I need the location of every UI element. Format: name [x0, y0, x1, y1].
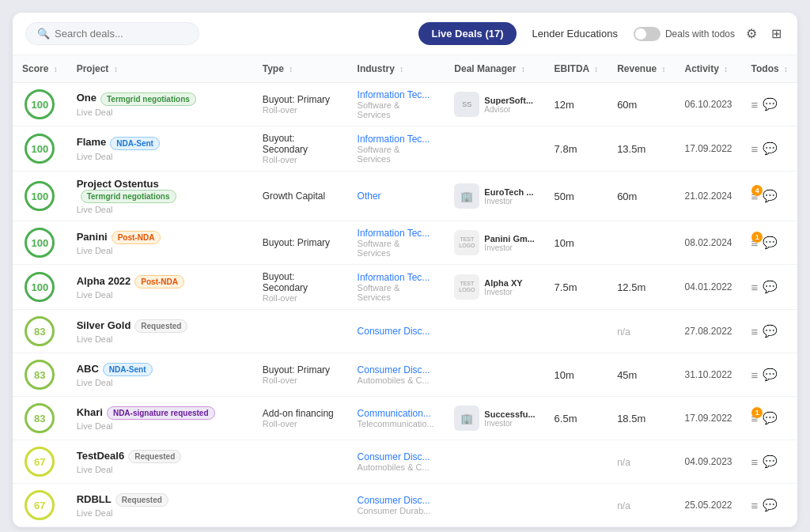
todos-cell: ≡ 💬: [742, 484, 797, 527]
deal-manager-cell: SS SuperSoft...Advisor: [445, 83, 544, 126]
score-circle: 100: [25, 134, 55, 164]
list-icon[interactable]: ≡: [751, 281, 759, 294]
type-sub: Roll-over: [263, 155, 339, 164]
activity-cell: 04.09.2023: [675, 440, 741, 484]
score-cell: 67: [13, 484, 67, 527]
lender-education-button[interactable]: Lender Educations: [524, 22, 626, 45]
col-project[interactable]: Project ↕: [67, 55, 253, 83]
industry-sub: Software & Services: [358, 145, 436, 164]
todos-cell: ≡ 💬: [742, 265, 797, 310]
revenue-cell: n/a: [608, 310, 675, 353]
score-circle: 100: [25, 228, 55, 258]
type-cell: [253, 310, 348, 353]
table-row[interactable]: 100PaniniPost-NDALive DealBuyout: Primar…: [13, 221, 797, 265]
score-circle: 83: [25, 403, 55, 433]
list-badge-count: 1: [751, 407, 763, 418]
action-buttons: ≡1 💬: [751, 411, 788, 425]
list-icon[interactable]: ≡: [751, 455, 759, 469]
search-input[interactable]: [55, 28, 181, 40]
type-main: Add-on financing: [263, 408, 339, 419]
industry-cell: Consumer Disc...Automobiles & C...: [348, 440, 445, 484]
filter-button[interactable]: ⚙: [743, 23, 760, 44]
chat-icon[interactable]: 💬: [763, 411, 778, 425]
chat-icon[interactable]: 💬: [763, 498, 778, 512]
project-sub: Live Deal: [77, 465, 244, 474]
table-row[interactable]: 100OneTermgrid negotiationsLive DealBuyo…: [13, 83, 797, 126]
type-cell: [253, 440, 348, 484]
list-icon[interactable]: ≡1: [751, 412, 759, 425]
table-row[interactable]: 67RDBLLRequestedLive DealConsumer Disc..…: [13, 484, 797, 527]
industry-sub: Automobiles & C...: [358, 375, 436, 385]
chat-icon[interactable]: 💬: [763, 97, 778, 111]
chat-icon[interactable]: 💬: [763, 236, 778, 250]
score-cell: 100: [13, 126, 67, 172]
type-main: Buyout: Secondary: [263, 133, 339, 155]
action-buttons: ≡ 💬: [751, 141, 788, 156]
col-score[interactable]: Score ↕: [13, 55, 67, 83]
table-row[interactable]: 67TestDeal6RequestedLive DealConsumer Di…: [13, 440, 797, 484]
table-row[interactable]: 100Project OstentusTermgrid negotiations…: [13, 172, 797, 221]
col-revenue[interactable]: Revenue ↕: [608, 55, 675, 83]
score-circle: 100: [25, 89, 55, 119]
table-row[interactable]: 83Silver GoldRequestedLive DealConsumer …: [13, 310, 797, 353]
chat-icon[interactable]: 💬: [763, 455, 778, 469]
activity-cell: 27.08.2022: [675, 310, 741, 353]
list-icon[interactable]: ≡: [751, 499, 759, 512]
list-icon[interactable]: ≡1: [751, 236, 759, 250]
col-industry[interactable]: Industry ↕: [348, 55, 445, 83]
list-icon[interactable]: ≡: [751, 142, 759, 156]
type-cell: Buyout: Primary: [253, 221, 348, 265]
list-icon[interactable]: ≡: [751, 368, 759, 382]
dm-role: Investor: [484, 419, 535, 428]
col-ebitda[interactable]: EBITDA ↕: [545, 55, 608, 83]
table-row[interactable]: 100FlameNDA-SentLive DealBuyout: Seconda…: [13, 126, 797, 172]
score-cell: 67: [13, 440, 67, 484]
list-icon[interactable]: ≡4: [751, 190, 759, 203]
industry-sub: Automobiles & C...: [358, 462, 436, 472]
type-sub: Roll-over: [263, 105, 339, 115]
ebitda-cell: 12m: [545, 83, 608, 126]
chat-icon[interactable]: 💬: [763, 280, 778, 294]
chat-icon[interactable]: 💬: [763, 368, 778, 382]
col-todos[interactable]: Todos ↕: [742, 55, 797, 83]
deal-manager-cell: [445, 440, 544, 484]
revenue-cell: n/a: [608, 484, 675, 527]
project-sub: Live Deal: [77, 152, 244, 161]
score-cell: 100: [13, 83, 67, 126]
project-cell: RDBLLRequestedLive Deal: [67, 484, 253, 527]
status-badge: NDA-signature requested: [107, 406, 215, 420]
score-circle: 100: [25, 272, 55, 302]
table-row[interactable]: 100Alpha 2022Post-NDALive DealBuyout: Se…: [13, 265, 797, 310]
project-cell: FlameNDA-SentLive Deal: [67, 126, 253, 172]
deals-todos-toggle[interactable]: [634, 27, 660, 41]
type-cell: Buyout: SecondaryRoll-over: [253, 265, 348, 310]
list-icon[interactable]: ≡: [751, 325, 759, 338]
status-badge: Termgrid negotiations: [100, 92, 196, 106]
live-deals-button[interactable]: Live Deals (17): [418, 22, 516, 45]
chat-icon[interactable]: 💬: [763, 141, 778, 156]
status-badge: NDA-Sent: [103, 363, 153, 376]
industry-main: Consumer Disc...: [358, 364, 436, 375]
col-type[interactable]: Type ↕: [253, 55, 348, 83]
revenue-cell: n/a: [608, 440, 675, 484]
deal-manager-cell: TEST LOGO Panini Gm...Investor: [445, 221, 544, 265]
chat-icon[interactable]: 💬: [763, 324, 778, 338]
dm-role: Investor: [484, 197, 533, 206]
chat-icon[interactable]: 💬: [763, 189, 778, 203]
grid-view-button[interactable]: ⊞: [768, 23, 785, 44]
table-row[interactable]: 83ABCNDA-SentLive DealBuyout: PrimaryRol…: [13, 353, 797, 397]
industry-cell: Information Tec...Software & Services: [348, 265, 445, 310]
list-icon[interactable]: ≡: [751, 98, 759, 111]
type-cell: [253, 484, 348, 527]
activity-cell: 31.10.2022: [675, 353, 741, 397]
col-deal-manager[interactable]: Deal Manager ↕: [445, 55, 544, 83]
project-cell: PaniniPost-NDALive Deal: [67, 221, 253, 265]
project-sub: Live Deal: [77, 108, 244, 117]
toolbar: 🔍 Live Deals (17) Lender Educations Deal…: [13, 13, 797, 55]
table-row[interactable]: 83KhariNDA-signature requestedLive DealA…: [13, 397, 797, 440]
na-value: n/a: [617, 326, 630, 338]
industry-cell: Consumer Disc...: [348, 310, 445, 353]
col-activity[interactable]: Activity ↕: [675, 55, 741, 83]
table-header: Score ↕ Project ↕ Type ↕ Industry ↕ Deal…: [13, 55, 797, 83]
deals-todos-label: Deals with todos: [665, 28, 735, 40]
